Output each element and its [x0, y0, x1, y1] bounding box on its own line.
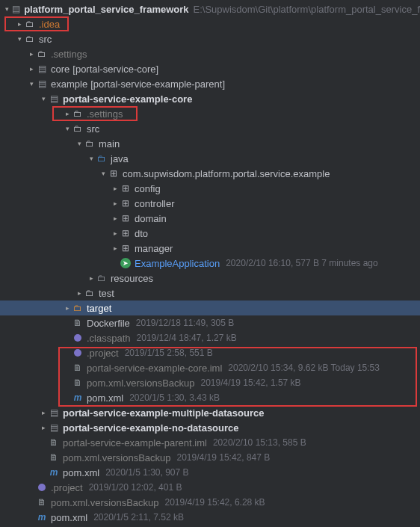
chevron-down-icon[interactable]: ▾	[63, 125, 72, 132]
chevron-down-icon[interactable]: ▾	[99, 170, 108, 177]
tree-row-example[interactable]: ▾ ▤ example [portal-service-example-pare…	[0, 76, 420, 91]
file-meta: 2019/1/15 2:58, 551 B	[125, 348, 213, 358]
tree-row-psec-settings[interactable]: ▸ 🗀 .settings	[0, 106, 420, 121]
tree-row-dockerfile[interactable]: ▸ 🗎 Dockerfile 2019/12/18 11:49, 305 B	[0, 315, 420, 330]
tree-row-idea[interactable]: ▸ 🗀 .idea	[0, 16, 420, 31]
eclipse-file-icon	[36, 481, 48, 493]
tree-row-config[interactable]: ▸ ⊞ config	[0, 181, 420, 196]
tree-row-pom[interactable]: ▸ m pom.xml 2020/1/5 1:30, 3.43 kB	[0, 390, 420, 405]
label: Dockerfile	[87, 318, 130, 329]
tree-row-manager[interactable]: ▸ ⊞ manager	[0, 241, 420, 256]
chevron-right-icon[interactable]: ▸	[111, 200, 120, 207]
root-path: E:\Supwisdom\Git\platform\platform_porta…	[194, 4, 420, 15]
label: java	[111, 153, 129, 164]
label: pom.xml.versionsBackup	[51, 497, 159, 508]
label: target	[87, 303, 111, 314]
label: .project	[87, 348, 119, 359]
folder-icon: 🗀	[72, 108, 84, 120]
chevron-right-icon[interactable]: ▸	[111, 229, 120, 237]
resources-folder-icon: 🗀	[96, 272, 108, 284]
tree-row-main[interactable]: ▾ 🗀 main	[0, 136, 420, 151]
folder-icon: 🗀	[36, 48, 48, 60]
tree-row-psend[interactable]: ▸ ▤ portal-service-example-no-datasource	[0, 420, 420, 435]
label: .project	[51, 482, 83, 493]
label: pom.xml.versionsBackup	[63, 452, 171, 463]
folder-icon: 🗀	[24, 18, 36, 30]
source-folder-icon: 🗀	[96, 152, 108, 164]
tree-row-java[interactable]: ▾ 🗀 java	[0, 151, 420, 166]
tree-row-iml[interactable]: ▸ 🗎 portal-service-example-core.iml 2020…	[0, 360, 420, 375]
tree-row-root-pom[interactable]: ▸ m pom.xml 2020/1/5 2:11, 7.52 kB	[0, 510, 420, 525]
file-meta: 2019/1/20 12:02, 401 B	[89, 482, 182, 493]
folder-icon: 🗀	[24, 33, 36, 45]
label: domain	[135, 213, 167, 224]
tree-row-package[interactable]: ▾ ⊞ com.supwisdom.platform.portal.servic…	[0, 166, 420, 181]
chevron-right-icon[interactable]: ▸	[39, 424, 48, 431]
label: src	[87, 123, 99, 135]
tree-row-parent-pom[interactable]: ▸ m pom.xml 2020/1/5 1:30, 907 B	[0, 465, 420, 480]
tree-row-project[interactable]: ▸ .project 2019/1/15 2:58, 551 B	[0, 345, 420, 360]
label: core	[51, 64, 70, 75]
chevron-right-icon[interactable]: ▸	[27, 50, 36, 58]
file-meta: 2020/1/5 1:30, 907 B	[105, 467, 188, 478]
chevron-right-icon[interactable]: ▸	[27, 65, 36, 73]
module-suffix: [portal-service-example-parent]	[90, 78, 225, 90]
label: portal-service-example-core.iml	[87, 363, 222, 374]
label: portal-service-example-parent.iml	[63, 437, 207, 449]
chevron-down-icon[interactable]: ▾	[3, 5, 10, 13]
module-icon: ▤	[36, 63, 48, 75]
tree-row-src[interactable]: ▾ 🗀 src	[0, 31, 420, 46]
chevron-down-icon[interactable]: ▾	[27, 80, 36, 87]
file-meta: 2019/4/19 15:42, 1.57 kB	[201, 377, 301, 388]
tree-row-root-vb[interactable]: ▸ 🗎 pom.xml.versionsBackup 2019/4/19 15:…	[0, 495, 420, 510]
chevron-right-icon[interactable]: ▸	[63, 110, 72, 117]
tree-row-core[interactable]: ▸ ▤ core [portal-service-core]	[0, 61, 420, 76]
tree-row-controller[interactable]: ▸ ⊞ controller	[0, 196, 420, 211]
tree-row-classpath[interactable]: ▸ .classpath 2019/12/4 18:47, 1.27 kB	[0, 330, 420, 345]
maven-file-icon: m	[36, 511, 48, 523]
tree-row-app[interactable]: ▸ ➤ ExampleApplication 2020/2/10 16:10, …	[0, 256, 420, 271]
module-icon: ▤	[48, 407, 60, 419]
chevron-right-icon[interactable]: ▸	[15, 20, 24, 28]
tree-row-target[interactable]: ▸ 🗀 target	[0, 301, 420, 315]
maven-file-icon: m	[48, 466, 60, 478]
tree-row-dto[interactable]: ▸ ⊞ dto	[0, 226, 420, 241]
text-file-icon: 🗎	[72, 377, 84, 389]
chevron-right-icon[interactable]: ▸	[63, 304, 72, 312]
label: src	[39, 34, 52, 45]
label: config	[135, 183, 161, 194]
chevron-right-icon[interactable]: ▸	[111, 244, 120, 252]
tree-row-psec-src[interactable]: ▾ 🗀 src	[0, 121, 420, 136]
file-meta: 2019/12/4 18:47, 1.27 kB	[137, 333, 237, 343]
tree-row-test[interactable]: ▸ 🗀 test	[0, 286, 420, 301]
chevron-down-icon[interactable]: ▾	[15, 35, 24, 43]
module-icon: ▤	[10, 3, 21, 15]
file-meta: 2020/2/10 15:13, 585 B	[213, 437, 306, 448]
project-tree[interactable]: ▾ ▤ platform_portal_service_framework E:…	[0, 0, 420, 525]
package-icon: ⊞	[120, 182, 132, 194]
eclipse-file-icon	[72, 332, 84, 344]
chevron-right-icon[interactable]: ▸	[87, 274, 96, 282]
chevron-right-icon[interactable]: ▸	[39, 409, 48, 416]
docker-file-icon: 🗎	[72, 317, 84, 329]
chevron-right-icon[interactable]: ▸	[75, 289, 84, 297]
tree-row-domain[interactable]: ▸ ⊞ domain	[0, 211, 420, 226]
tree-row-psemd[interactable]: ▸ ▤ portal-service-example-multiple-data…	[0, 405, 420, 420]
module-suffix: [portal-service-core]	[72, 64, 158, 75]
tree-row-psec[interactable]: ▾ ▤ portal-service-example-core	[0, 91, 420, 106]
tree-row-parent-iml[interactable]: ▸ 🗎 portal-service-example-parent.iml 20…	[0, 435, 420, 450]
label: manager	[135, 243, 173, 254]
chevron-right-icon[interactable]: ▸	[111, 215, 120, 222]
chevron-down-icon[interactable]: ▾	[87, 155, 96, 162]
tree-row-root-project[interactable]: ▸ .project 2019/1/20 12:02, 401 B	[0, 480, 420, 495]
chevron-right-icon[interactable]: ▸	[111, 185, 120, 192]
tree-row-root[interactable]: ▾ ▤ platform_portal_service_framework E:…	[0, 1, 420, 16]
module-icon: ▤	[48, 93, 60, 105]
tree-row-versionsbackup[interactable]: ▸ 🗎 pom.xml.versionsBackup 2019/4/19 15:…	[0, 375, 420, 390]
file-meta: 2019/4/19 15:42, 847 B	[177, 452, 271, 463]
tree-row-settings[interactable]: ▸ 🗀 .settings	[0, 46, 420, 61]
chevron-down-icon[interactable]: ▾	[39, 95, 48, 102]
chevron-down-icon[interactable]: ▾	[75, 140, 84, 147]
tree-row-resources[interactable]: ▸ 🗀 resources	[0, 271, 420, 286]
tree-row-parent-vb[interactable]: ▸ 🗎 pom.xml.versionsBackup 2019/4/19 15:…	[0, 450, 420, 465]
